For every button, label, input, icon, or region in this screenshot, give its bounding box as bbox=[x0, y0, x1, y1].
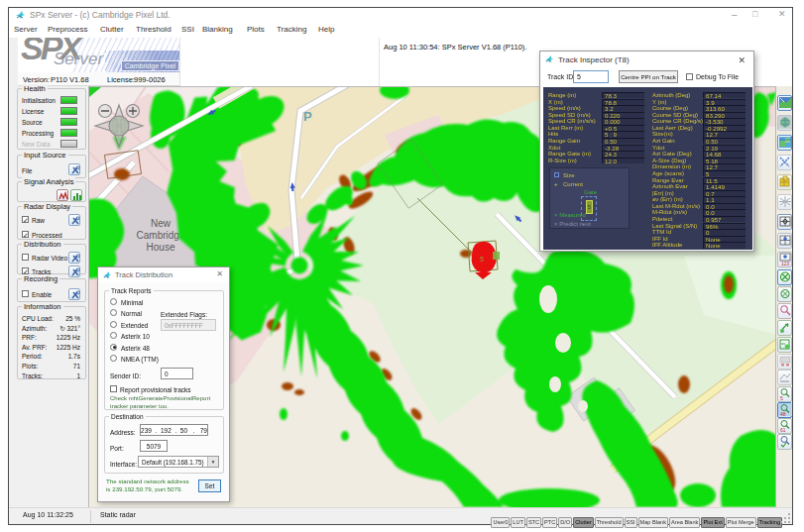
svg-text:Cambridge: Cambridge bbox=[137, 230, 185, 241]
svg-text:5: 5 bbox=[480, 256, 484, 263]
svg-text:48: 48 bbox=[780, 411, 786, 417]
svg-text:House: House bbox=[147, 242, 175, 253]
svg-text:123: 123 bbox=[781, 261, 790, 266]
svg-text:5: 5 bbox=[780, 395, 783, 401]
svg-text:61: 61 bbox=[780, 427, 786, 433]
svg-text:P: P bbox=[303, 109, 312, 124]
svg-text:New: New bbox=[151, 218, 172, 229]
